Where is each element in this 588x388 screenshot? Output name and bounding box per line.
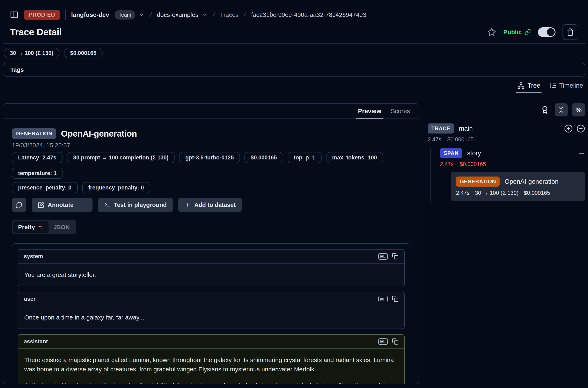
award-icon[interactable] [539, 103, 551, 117]
trace-latency: 2.47s [428, 136, 441, 143]
plus-icon [184, 202, 191, 208]
expand-all-icon[interactable] [564, 124, 573, 133]
tags-box[interactable]: Tags [3, 63, 585, 76]
annotate-split-button: Annotate [32, 198, 92, 212]
format-json[interactable]: JSON [48, 221, 75, 233]
breadcrumb-separator: / [149, 11, 152, 19]
span-metrics: 2.47s $0.000165 [440, 161, 585, 168]
trace-name: main [459, 125, 473, 132]
tab-tree-label: Tree [527, 82, 540, 89]
assistant-paragraph: At the heart of Lumina stood the towerin… [24, 381, 398, 384]
percent-view-button[interactable]: % [572, 103, 585, 117]
latency-pill[interactable]: Latency: 2.47s [12, 152, 63, 163]
public-toggle[interactable] [538, 27, 556, 37]
message-system: system M↓ You are a great storyteller. [18, 249, 405, 286]
chevrons-collapse-icon [558, 106, 565, 114]
sparkles-icon [37, 224, 44, 230]
view-tabs: Tree Timeline [3, 76, 585, 93]
tree-node-span[interactable]: SPAN story [440, 148, 585, 158]
breadcrumb-traces[interactable]: Traces [220, 11, 239, 18]
tab-preview[interactable]: Preview [358, 104, 381, 119]
frequency-penalty-pill[interactable]: frequency_penalty: 0 [82, 182, 150, 193]
sidebar-toggle-icon[interactable] [10, 10, 19, 19]
observation-timestamp: 19/03/2024, 15:25:37 [12, 142, 410, 149]
token-pill[interactable]: 30 prompt → 100 completion (Σ 130) [67, 152, 175, 163]
breadcrumb-project[interactable]: docs-examples [157, 11, 198, 18]
comment-icon [16, 201, 23, 208]
timeline-icon [549, 82, 556, 89]
terminal-icon [104, 202, 111, 208]
playground-button[interactable]: Test in playground [98, 198, 173, 212]
observation-title: OpenAI-generation [61, 129, 137, 139]
tab-tree[interactable]: Tree [518, 82, 540, 93]
pretty-label: Pretty [18, 224, 35, 231]
message-role: assistant [24, 339, 48, 345]
trace-badge: TRACE [428, 123, 454, 134]
annotate-button[interactable]: Annotate [32, 198, 80, 212]
playground-label: Test in playground [114, 202, 167, 208]
tags-label: Tags [10, 67, 24, 73]
trace-cost: $0.000165 [447, 136, 474, 143]
topbar-divider [65, 9, 66, 20]
public-label: Public [503, 29, 522, 36]
annotate-dropdown-button[interactable] [80, 198, 92, 212]
annotate-label: Annotate [48, 202, 74, 208]
format-toggle: Pretty JSON [12, 220, 76, 234]
toggle-knob [547, 28, 555, 36]
panel-tabs: Preview Scores [3, 104, 419, 119]
collapse-node-icon[interactable] [576, 124, 585, 133]
tab-timeline-label: Timeline [559, 82, 583, 89]
public-share-link[interactable]: Public [503, 29, 531, 36]
chevron-down-icon[interactable] [139, 12, 144, 18]
star-icon[interactable] [487, 27, 496, 37]
tree-node-generation-selected[interactable]: GENERATION OpenAI-generation 2.47s 30 → … [451, 172, 585, 201]
presence-penalty-pill[interactable]: presence_penalty: 0 [12, 182, 78, 193]
format-pretty[interactable]: Pretty [13, 221, 48, 233]
io-preview: system M↓ You are a great storyteller. u… [12, 243, 410, 384]
assistant-paragraph: There existed a majestic planet called L… [24, 355, 398, 374]
markdown-toggle-icon[interactable]: M↓ [378, 253, 388, 260]
edit-icon [38, 202, 45, 208]
trace-summary: 30 → 100 (Σ 130) $0.000165 [3, 44, 585, 58]
message-role: user [24, 296, 36, 302]
markdown-toggle-icon[interactable]: M↓ [378, 296, 388, 302]
observation-actions: Annotate Test in playground Add to data [12, 198, 410, 212]
cost-pill[interactable]: $0.000165 [245, 152, 283, 163]
breadcrumb-separator: / [212, 11, 215, 19]
copy-icon[interactable] [392, 253, 398, 260]
trace-tree-panel: % TRACE main 2.47s $0.000165 SPAN story [428, 103, 585, 203]
org-name[interactable]: langfuse-dev [71, 11, 109, 18]
trace-metrics: 2.47s $0.000165 [428, 136, 585, 143]
message-content: Once upon a time in a galaxy far, far aw… [18, 306, 404, 329]
environment-badge[interactable]: PROD-EU [24, 10, 60, 20]
copy-icon[interactable] [392, 338, 398, 345]
tree-node-trace[interactable]: TRACE main [428, 123, 585, 134]
top-p-pill[interactable]: top_p: 1 [288, 152, 321, 163]
copy-icon[interactable] [392, 296, 398, 302]
tab-scores[interactable]: Scores [391, 104, 410, 119]
token-usage-pill[interactable]: 30 → 100 (Σ 130) [4, 48, 59, 58]
view-tabs-divider [3, 93, 585, 93]
breadcrumb-trace-id: fac231bc-90ee-490a-aa32-78c4269474e3 [251, 11, 366, 18]
generation-badge: GENERATION [456, 176, 499, 187]
add-to-dataset-button[interactable]: Add to dataset [178, 198, 242, 212]
breadcrumb: PROD-EU langfuse-dev Team / docs-example… [3, 0, 585, 21]
markdown-toggle-icon[interactable]: M↓ [378, 339, 388, 345]
model-pill[interactable]: gpt-3.5-turbo-0125 [179, 152, 240, 163]
span-latency: 2.47s [440, 161, 453, 168]
tab-timeline[interactable]: Timeline [549, 82, 583, 93]
delete-trace-button[interactable] [563, 24, 578, 40]
total-cost-pill[interactable]: $0.000165 [64, 48, 103, 58]
generation-cost: $0.000165 [524, 190, 550, 196]
comment-button[interactable] [12, 198, 26, 212]
temperature-pill[interactable]: temperature: 1 [12, 168, 63, 179]
collapse-span-icon[interactable] [578, 150, 585, 157]
generation-latency: 2.47s [456, 190, 470, 196]
observation-type-badge: GENERATION [12, 128, 56, 139]
message-content: There existed a majestic planet called L… [18, 349, 404, 384]
max-tokens-pill[interactable]: max_tokens: 100 [326, 152, 383, 163]
collapse-all-button[interactable] [555, 103, 568, 117]
chevron-down-icon[interactable] [202, 12, 207, 18]
trace-detail-page: PROD-EU langfuse-dev Team / docs-example… [0, 0, 588, 388]
message-role: system [24, 253, 43, 260]
